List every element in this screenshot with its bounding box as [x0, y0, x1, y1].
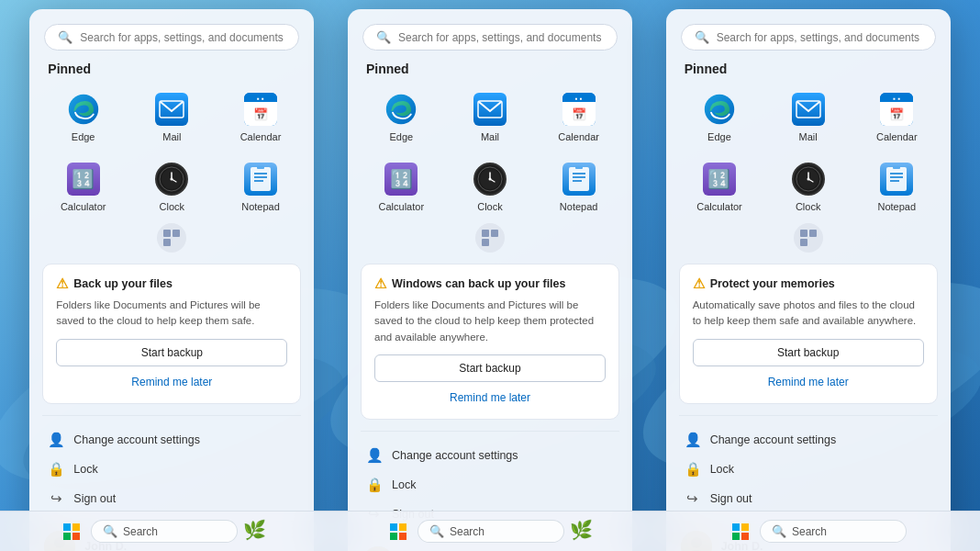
app-mail-1[interactable]: Mail	[129, 84, 215, 150]
taskbar-search-2[interactable]: 🔍 Search	[418, 520, 564, 543]
taskbar-search-3[interactable]: 🔍 Search	[760, 520, 907, 543]
pinned-label-3: Pinned	[666, 62, 951, 84]
taskbar-plant-2: 🌿	[570, 519, 596, 545]
calendar-icon-3: ▪ ▪ 📅	[878, 91, 915, 128]
edge-icon-2	[383, 91, 419, 128]
app-calendar-1[interactable]: ▪ ▪ 📅 Calendar	[218, 84, 304, 150]
start-backup-btn-3[interactable]: Start backup	[693, 339, 924, 366]
app-mail-2[interactable]: Mail	[448, 84, 533, 150]
lock-item-2[interactable]: 🔒 Lock	[361, 470, 619, 500]
backup-box-1: ⚠ Back up your files Folders like Docume…	[42, 264, 301, 404]
svg-point-7	[68, 95, 97, 124]
app-edge-1[interactable]: Edge	[40, 84, 126, 150]
svg-rect-72	[732, 533, 740, 540]
change-account-item-2[interactable]: 👤 Change account settings	[361, 441, 619, 470]
divider-2	[361, 431, 619, 432]
lock-icon-3: 🔒	[685, 461, 701, 478]
start-backup-btn-2[interactable]: Start backup	[374, 354, 606, 382]
edge-icon-3	[701, 91, 738, 128]
account-menu-3: 👤 Change account settings 🔒 Lock ↪ Sign …	[666, 420, 951, 519]
app-calculator-2[interactable]: 🔢 Calculator	[359, 153, 444, 219]
app-mail-name-1: Mail	[162, 131, 181, 142]
calculator-icon-3: 🔢	[701, 161, 738, 197]
app-mail-name-3: Mail	[799, 131, 818, 142]
app-calculator-3[interactable]: 🔢 Calculator	[677, 153, 763, 219]
svg-point-50	[807, 178, 809, 181]
backup-title-3: ⚠ Protect your memories	[693, 276, 924, 292]
app-edge-name-3: Edge	[707, 131, 731, 142]
lock-item-3[interactable]: 🔒 Lock	[679, 455, 938, 484]
svg-rect-68	[390, 533, 397, 540]
svg-rect-73	[741, 533, 749, 540]
search-icon-3: 🔍	[695, 30, 709, 44]
app-clock-name-2: Clock	[477, 201, 503, 212]
svg-rect-21	[173, 230, 180, 237]
app-edge-3[interactable]: Edge	[677, 84, 763, 150]
svg-rect-56	[800, 230, 807, 237]
pinned-label-1: Pinned	[29, 62, 314, 84]
app-notepad-3[interactable]: Notepad	[854, 153, 940, 219]
svg-rect-38	[482, 230, 489, 237]
person-icon-2: 👤	[366, 447, 383, 464]
search-input-2[interactable]	[398, 31, 604, 44]
remind-later-btn-2[interactable]: Remind me later	[374, 388, 606, 408]
remind-later-btn-3[interactable]: Remind me later	[693, 372, 924, 392]
app-calculator-1[interactable]: 🔢 Calculator	[40, 153, 126, 219]
taskbar-search-label-1: Search	[123, 525, 158, 538]
edge-icon-1	[65, 91, 102, 128]
mail-icon-2	[472, 91, 508, 128]
clock-icon-1	[153, 161, 190, 197]
app-calendar-3[interactable]: ▪ ▪ 📅 Calendar	[854, 84, 940, 150]
backup-desc-2: Folders like Documents and Pictures will…	[374, 298, 606, 345]
app-clock-2[interactable]: Clock	[448, 153, 533, 219]
app-calendar-2[interactable]: ▪ ▪ 📅 Calendar	[536, 84, 621, 150]
panel-search-3[interactable]: 🔍	[681, 24, 936, 51]
more-apps-dot-3	[794, 223, 823, 253]
app-clock-1[interactable]: Clock	[129, 153, 215, 219]
start-backup-btn-1[interactable]: Start backup	[56, 339, 287, 366]
svg-rect-20	[163, 230, 171, 237]
change-account-item-3[interactable]: 👤 Change account settings	[679, 425, 938, 455]
search-input-1[interactable]	[80, 31, 285, 44]
app-calendar-name-2: Calendar	[558, 131, 599, 142]
app-mail-3[interactable]: Mail	[765, 84, 851, 150]
calculator-icon-1: 🔢	[65, 161, 102, 197]
signout-item-3[interactable]: ↪ Sign out	[679, 484, 938, 513]
start-menu-panel-2: 🔍 Pinned Edge	[348, 9, 632, 551]
app-notepad-2[interactable]: Notepad	[536, 153, 621, 219]
svg-rect-15	[251, 167, 271, 191]
taskbar-search-icon-1: 🔍	[103, 524, 117, 538]
change-account-item-1[interactable]: 👤 Change account settings	[42, 425, 301, 455]
app-calendar-name-3: Calendar	[876, 131, 918, 142]
pinned-grid-1: Edge Mail	[29, 84, 314, 219]
remind-later-btn-1[interactable]: Remind me later	[56, 372, 287, 392]
app-notepad-1[interactable]: Notepad	[218, 153, 304, 219]
start-button-3[interactable]	[727, 518, 754, 545]
svg-rect-55	[893, 166, 900, 169]
app-notepad-name-3: Notepad	[878, 201, 917, 212]
app-mail-name-2: Mail	[481, 131, 499, 142]
panel-search-1[interactable]: 🔍	[44, 24, 299, 51]
taskbar-search-icon-2: 🔍	[429, 524, 444, 538]
lock-item-1[interactable]: 🔒 Lock	[42, 455, 301, 484]
taskbar-search-1[interactable]: 🔍 Search	[91, 520, 238, 543]
mail-icon-1	[153, 91, 190, 128]
notepad-icon-1	[242, 161, 279, 197]
search-icon-1: 🔍	[58, 30, 72, 44]
person-icon-1: 👤	[48, 432, 64, 448]
start-button-2[interactable]	[384, 518, 412, 545]
panel-search-2[interactable]: 🔍	[362, 24, 618, 51]
svg-rect-22	[163, 239, 171, 246]
signout-item-1[interactable]: ↪ Sign out	[42, 484, 301, 513]
notepad-icon-3	[878, 161, 915, 197]
start-button-1[interactable]	[58, 518, 85, 545]
svg-rect-63	[72, 523, 80, 531]
more-apps-2	[348, 219, 632, 256]
app-edge-2[interactable]: Edge	[359, 84, 444, 150]
more-apps-1	[29, 219, 314, 256]
svg-rect-70	[732, 523, 740, 531]
signout-icon-3: ↪	[685, 490, 701, 507]
svg-rect-69	[399, 533, 406, 540]
search-input-3[interactable]	[717, 31, 922, 44]
app-clock-3[interactable]: Clock	[765, 153, 851, 219]
